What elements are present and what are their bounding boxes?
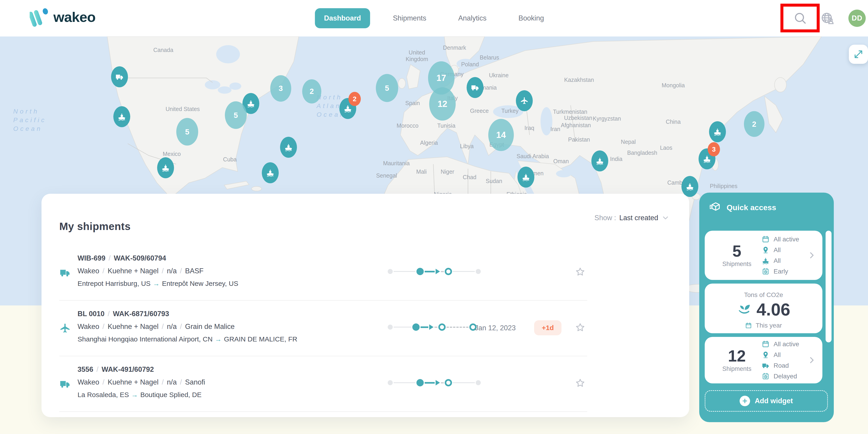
shipment-references: WIB-699/WAK-509/60794 bbox=[78, 254, 166, 262]
main-nav: DashboardShipmentsAnalyticsBooking bbox=[315, 0, 553, 36]
map-ship-marker[interactable] bbox=[681, 176, 698, 197]
route-arrow-icon: → bbox=[129, 391, 140, 398]
separator: / bbox=[158, 378, 167, 386]
country-label: Kazakhstan bbox=[564, 76, 594, 83]
star-icon bbox=[575, 378, 586, 389]
map-truck-marker[interactable] bbox=[111, 66, 128, 87]
quick-access-header: Quick access bbox=[709, 201, 776, 213]
tab-shipments[interactable]: Shipments bbox=[384, 8, 435, 28]
country-label: Mongolia bbox=[661, 82, 685, 89]
country-label: Iraq bbox=[524, 125, 534, 131]
country-label: Iran bbox=[550, 126, 560, 132]
tab-booking[interactable]: Booking bbox=[509, 8, 553, 28]
route-arrow-icon: → bbox=[213, 335, 224, 343]
map-ship-marker[interactable] bbox=[113, 106, 130, 127]
map-cluster-marker[interactable]: 12 bbox=[429, 87, 456, 121]
progress-gline bbox=[453, 382, 475, 383]
filter-row: All bbox=[762, 257, 799, 265]
shipment-parties: Wakeo/Kuehne + Nagel/n/a/Grain de Malice bbox=[78, 323, 235, 331]
favorite-star-icon[interactable] bbox=[575, 322, 586, 333]
map-truck-marker[interactable] bbox=[467, 77, 484, 98]
map-ship-marker[interactable] bbox=[518, 167, 534, 188]
shipment-row[interactable]: BL 0010/WAK-6871/60793Wakeo/Kuehne + Nag… bbox=[41, 301, 689, 356]
shipment-row[interactable]: WIB-699/WAK-509/60794Wakeo/Kuehne + Nage… bbox=[41, 245, 689, 300]
country-label: Tunisia bbox=[437, 123, 456, 129]
country-label: Greece bbox=[470, 108, 489, 114]
expand-icon bbox=[854, 49, 863, 59]
filter-label: All bbox=[774, 351, 781, 359]
country-label: Bangladesh bbox=[627, 149, 657, 156]
chevron-down-icon bbox=[661, 214, 670, 222]
language-button[interactable] bbox=[820, 11, 835, 26]
chevron-down-icon bbox=[661, 214, 670, 222]
favorite-star-icon[interactable] bbox=[575, 378, 586, 389]
map-cluster-marker[interactable]: 2 bbox=[302, 79, 321, 103]
tab-analytics[interactable]: Analytics bbox=[449, 8, 496, 28]
progress-ring bbox=[445, 379, 452, 387]
map-cluster-marker[interactable]: 5 bbox=[225, 101, 247, 129]
widget-filters: All activeAllRoadDelayed bbox=[762, 340, 799, 380]
country-label: Denmark bbox=[443, 44, 466, 51]
route-arrow-icon: → bbox=[151, 280, 162, 287]
map-cluster-marker[interactable]: 3 bbox=[270, 75, 291, 102]
add-widget-button[interactable]: Add widget bbox=[705, 390, 828, 412]
search-icon bbox=[793, 11, 807, 25]
progress-gdot bbox=[388, 380, 393, 385]
plane-transport-icon bbox=[59, 323, 71, 334]
delay-badge: +1d bbox=[534, 320, 561, 335]
chevron-right-icon[interactable] bbox=[807, 356, 816, 365]
user-avatar[interactable]: DD bbox=[848, 9, 866, 27]
ship-icon bbox=[522, 173, 530, 181]
widget-count: 5Shipments bbox=[713, 243, 761, 268]
progress-arrow bbox=[436, 269, 440, 274]
search-button[interactable] bbox=[793, 11, 807, 25]
map-cluster-marker[interactable]: 14 bbox=[488, 119, 514, 151]
stopwatch-icon bbox=[762, 268, 770, 275]
show-sort-dropdown[interactable]: Show : Last created bbox=[594, 214, 670, 222]
map-plane-marker[interactable] bbox=[516, 90, 533, 111]
favorite-star-icon[interactable] bbox=[575, 266, 586, 277]
shipment-row[interactable]: 3556/WAK-491/60792Wakeo/Kuehne + Nagel/n… bbox=[41, 356, 689, 412]
filter-row: All bbox=[762, 351, 799, 359]
progress-ring bbox=[438, 324, 446, 331]
map-cluster-marker[interactable]: 2 bbox=[744, 111, 765, 137]
language-globe-icon bbox=[820, 11, 835, 26]
quick-access-scrollbar[interactable] bbox=[826, 231, 832, 342]
shipments-count-widget[interactable]: 5ShipmentsAll activeAllAllEarly bbox=[705, 231, 823, 280]
progress-tline bbox=[425, 382, 435, 383]
shipment-references: 3556/WAK-491/60792 bbox=[78, 365, 154, 374]
map-ship-marker[interactable] bbox=[280, 137, 297, 158]
separator: / bbox=[99, 267, 107, 275]
tab-dashboard[interactable]: Dashboard bbox=[315, 8, 370, 28]
map-ship-marker[interactable] bbox=[157, 157, 174, 178]
map-cluster-marker[interactable]: 5 bbox=[376, 74, 398, 102]
co2-period: This year bbox=[755, 322, 782, 329]
country-label: China bbox=[666, 119, 681, 125]
map-ship-marker[interactable] bbox=[709, 121, 726, 142]
progress-arrow bbox=[436, 380, 440, 386]
wakeo-logo[interactable]: wakeo bbox=[30, 6, 96, 27]
stopwatch-icon bbox=[762, 372, 770, 380]
separator: / bbox=[104, 310, 113, 318]
plus-icon bbox=[742, 398, 748, 404]
shipment-eta-date: Jan 12, 2023 bbox=[475, 324, 534, 332]
plane-icon bbox=[59, 323, 71, 334]
count-value: 5 bbox=[713, 243, 761, 259]
separator: / bbox=[93, 365, 102, 373]
shipments-count-widget[interactable]: 12ShipmentsAll activeAllRoadDelayed bbox=[705, 337, 823, 383]
map-cluster-marker[interactable]: 5 bbox=[176, 118, 198, 146]
map-ship-marker[interactable] bbox=[591, 151, 608, 171]
map-ship-marker[interactable] bbox=[262, 162, 279, 183]
shipment-route: La Rosaleda, ES→Boutique Splied, DE bbox=[78, 391, 202, 399]
shipment-progress bbox=[388, 324, 465, 331]
ship-icon bbox=[247, 99, 255, 108]
ship-icon bbox=[343, 104, 352, 113]
separator: / bbox=[158, 323, 167, 331]
shipment-route: Entrepot Harrisburg, US→Entrepôt New Jer… bbox=[78, 280, 238, 288]
progress-tdot bbox=[416, 268, 424, 275]
chevron-right-icon[interactable] bbox=[807, 251, 816, 260]
map-expand-button[interactable] bbox=[849, 45, 868, 64]
co2-widget[interactable]: Tons of CO2e4.06This year bbox=[705, 283, 823, 333]
country-label: Turkey bbox=[501, 108, 518, 114]
pin-icon bbox=[762, 246, 770, 254]
